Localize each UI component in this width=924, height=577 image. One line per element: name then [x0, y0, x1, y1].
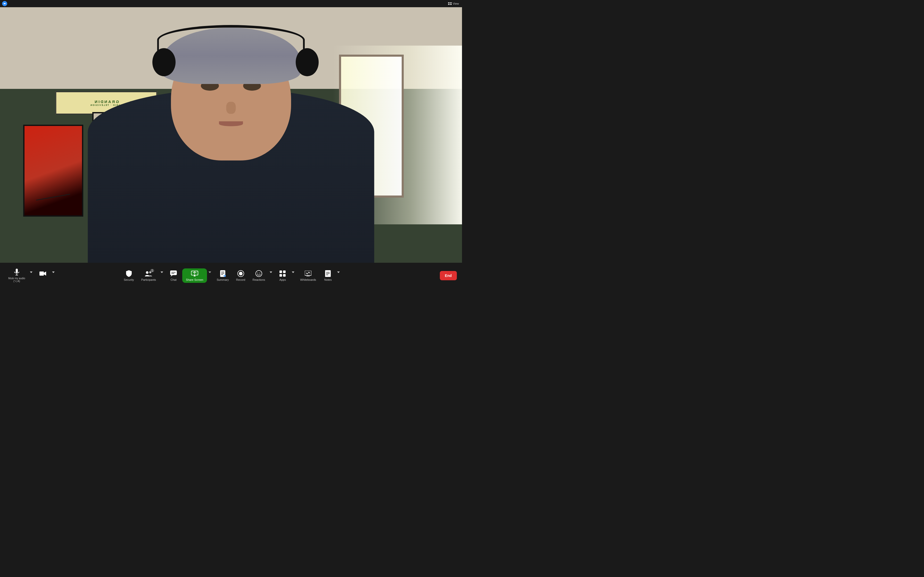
- notes-group: Notes: [320, 268, 341, 283]
- notes-label: Notes: [324, 278, 332, 281]
- view-button[interactable]: View: [448, 2, 459, 5]
- toolbar: Mute my audio (⌥A) Video: [0, 263, 462, 288]
- reactions-button[interactable]: Reactions: [249, 268, 268, 283]
- apps-button[interactable]: Apps: [275, 268, 290, 283]
- reactions-icon: [255, 270, 262, 277]
- svg-rect-31: [283, 274, 286, 277]
- headphones-left: [152, 48, 176, 76]
- chat-icon: [170, 270, 177, 277]
- participants-caret[interactable]: [159, 268, 165, 283]
- chat-label: Chat: [170, 278, 176, 281]
- participants-icon: 1: [145, 270, 152, 277]
- svg-point-25: [256, 271, 262, 277]
- notes-caret[interactable]: [336, 268, 341, 283]
- apps-icon: [279, 270, 286, 277]
- security-button[interactable]: Security: [121, 268, 137, 283]
- svg-line-35: [309, 272, 310, 273]
- mute-button[interactable]: Mute my audio (⌥A): [5, 267, 28, 285]
- svg-rect-29: [283, 271, 286, 273]
- record-icon: [237, 270, 244, 277]
- svg-rect-28: [279, 271, 282, 273]
- view-label: View: [453, 2, 459, 5]
- notes-icon: [324, 270, 331, 277]
- svg-rect-10: [170, 271, 177, 275]
- svg-rect-0: [448, 2, 450, 3]
- grid-icon: [448, 2, 452, 5]
- zoom-logo: [2, 1, 7, 6]
- share-screen-caret[interactable]: [207, 268, 212, 283]
- video-group: Video: [35, 268, 56, 283]
- share-screen-group: Share Screen: [182, 268, 212, 283]
- mute-group: Mute my audio (⌥A): [5, 267, 34, 285]
- record-label: Record: [236, 278, 245, 281]
- apps-label: Apps: [279, 278, 286, 281]
- svg-line-34: [307, 272, 309, 274]
- reactions-caret[interactable]: [268, 268, 274, 283]
- video-caret[interactable]: [50, 268, 56, 283]
- headphones-right: [296, 48, 319, 76]
- chat-button[interactable]: Chat: [166, 268, 181, 283]
- zoom-icon: [3, 2, 6, 5]
- wall-art-red: [23, 125, 83, 217]
- notes-button[interactable]: Notes: [320, 268, 336, 283]
- record-button[interactable]: Record: [233, 268, 248, 283]
- mute-caret[interactable]: [28, 268, 34, 283]
- participants-label: Participants: [141, 278, 156, 281]
- svg-rect-30: [279, 274, 282, 277]
- toolbar-right: End: [440, 271, 457, 280]
- apps-caret[interactable]: [290, 268, 296, 283]
- mic-icon: [13, 269, 20, 276]
- share-screen-label: Share Screen: [186, 278, 203, 281]
- reactions-group: Reactions: [249, 268, 274, 283]
- svg-rect-2: [448, 4, 450, 5]
- toolbar-left: Mute my audio (⌥A) Video: [5, 267, 56, 285]
- share-screen-icon: [191, 270, 198, 277]
- svg-rect-1: [450, 2, 452, 3]
- participant-count-badge: 1: [150, 269, 154, 272]
- svg-line-33: [306, 273, 307, 274]
- video-area: GRANDIN RADIO · TELEVISION: [0, 7, 462, 263]
- reactions-label: Reactions: [252, 278, 265, 281]
- svg-rect-4: [16, 269, 18, 273]
- video-button[interactable]: Video: [35, 268, 50, 283]
- camera-icon: [39, 270, 47, 277]
- whiteboards-button[interactable]: Whiteboards: [297, 268, 319, 283]
- summary-label: Summary: [216, 278, 229, 281]
- summary-icon: [219, 270, 226, 277]
- apps-group: Apps: [275, 268, 296, 283]
- mute-label: Mute my audio (⌥A): [8, 277, 25, 282]
- toolbar-center: Security 1 Participants: [121, 268, 341, 283]
- summary-button[interactable]: Summary: [213, 268, 232, 283]
- svg-point-26: [257, 273, 258, 274]
- security-label: Security: [124, 278, 134, 281]
- svg-point-24: [239, 272, 242, 276]
- svg-point-27: [259, 273, 260, 274]
- headphones-band: [157, 25, 305, 56]
- share-screen-button[interactable]: Share Screen: [182, 268, 207, 283]
- svg-rect-7: [39, 271, 44, 276]
- svg-rect-3: [450, 4, 452, 5]
- title-bar: View: [0, 0, 462, 7]
- participants-button[interactable]: 1 Participants: [138, 268, 159, 283]
- whiteboards-label: Whiteboards: [300, 278, 316, 281]
- security-icon: [125, 270, 132, 277]
- svg-point-8: [146, 271, 149, 274]
- participants-group: 1 Participants: [138, 268, 165, 283]
- end-button[interactable]: End: [440, 271, 457, 280]
- whiteboards-icon: [304, 270, 312, 277]
